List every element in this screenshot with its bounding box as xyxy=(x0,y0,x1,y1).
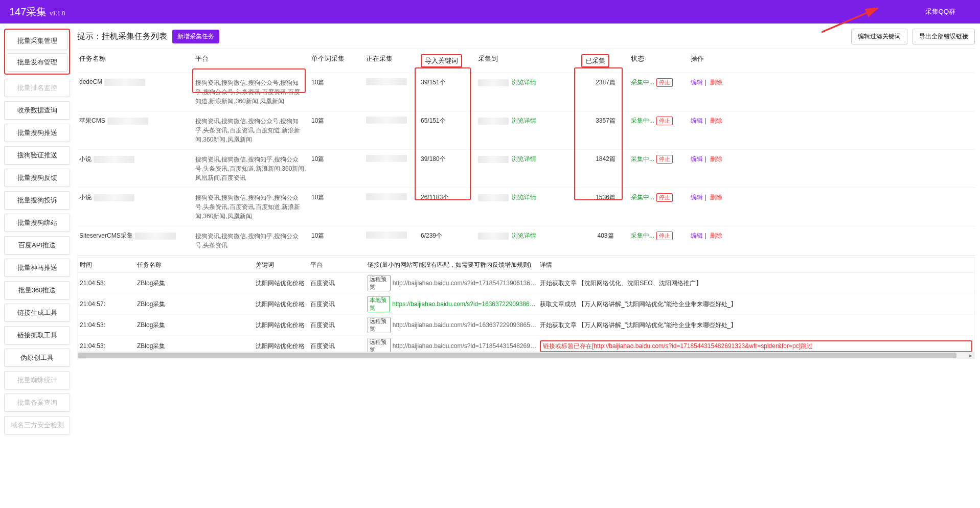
edit-link[interactable]: 编辑 xyxy=(691,194,703,201)
blurred-text xyxy=(107,118,148,125)
browse-detail-link[interactable]: 浏览详情 xyxy=(512,232,536,240)
stop-button[interactable]: 停止 xyxy=(656,78,673,87)
delete-link[interactable]: 删除 xyxy=(710,155,722,163)
lth-time: 时间 xyxy=(80,261,136,269)
task-collected: 3357篇 xyxy=(581,117,630,125)
sidebar-item-pseudo-orig[interactable]: 伪原创工具 xyxy=(4,349,70,367)
app-brand: 147采集 v1.1.8 xyxy=(9,5,65,19)
task-name: dedeCM xyxy=(79,78,194,86)
ops-separator: | xyxy=(704,194,708,201)
qq-group-link[interactable]: 采集QQ群 xyxy=(925,7,971,16)
log-keyword: 沈阳网站优化价格 xyxy=(256,279,309,288)
blurred-text xyxy=(366,78,407,85)
sidebar-item-sogou-push[interactable]: 批量搜狗推送 xyxy=(4,124,70,142)
log-platform: 百度资讯 xyxy=(310,342,367,351)
sidebar-item-link-crawl[interactable]: 链接抓取工具 xyxy=(4,326,70,344)
task-row: 小说 搜狗资讯,搜狗微信,搜狗知乎,搜狗公众号,头条资讯,百度资讯,百度知道,新… xyxy=(77,188,975,226)
export-error-links-button[interactable]: 导出全部错误链接 xyxy=(913,29,975,44)
sidebar-highlight-box: 批量采集管理批量发布管理 xyxy=(4,29,70,75)
delete-link[interactable]: 删除 xyxy=(710,194,722,201)
log-time: 21:04:57: xyxy=(80,301,136,308)
edit-link[interactable]: 编辑 xyxy=(691,79,703,86)
task-imported-kw: 65/151个 xyxy=(421,117,477,125)
task-per-word: 10篇 xyxy=(311,78,365,87)
blurred-text xyxy=(104,79,145,86)
log-horizontal-scrollbar[interactable]: ◄ ► xyxy=(78,352,974,359)
stop-button[interactable]: 停止 xyxy=(656,155,673,164)
app-header: 147采集 v1.1.8 采集QQ群 xyxy=(0,0,980,24)
stop-button[interactable]: 停止 xyxy=(656,117,673,125)
title-bar: 提示：挂机采集任务列表 新增采集任务 编辑过滤关键词 导出全部错误链接 xyxy=(77,29,975,44)
task-collected-to: 浏览详情 xyxy=(478,193,580,202)
delete-link[interactable]: 删除 xyxy=(710,232,722,239)
delete-link[interactable]: 删除 xyxy=(710,79,722,86)
task-ops: 编辑 | 删除 xyxy=(691,78,742,87)
edit-filter-keywords-button[interactable]: 编辑过滤关键词 xyxy=(851,29,907,44)
scroll-thumb[interactable] xyxy=(78,353,956,358)
sidebar-item-shenma-push[interactable]: 批量神马推送 xyxy=(4,259,70,277)
sidebar-item-baidu-api[interactable]: 百度API推送 xyxy=(4,236,70,255)
remote-preview-tag[interactable]: 远程预览 xyxy=(368,317,391,333)
delete-link[interactable]: 删除 xyxy=(710,117,722,124)
log-link: 远程预览 http://baijiahao.baidu.com/s?id=171… xyxy=(368,275,539,291)
blurred-text xyxy=(366,193,407,200)
task-ops: 编辑 | 删除 xyxy=(691,155,742,164)
browse-detail-link[interactable]: 浏览详情 xyxy=(512,193,536,202)
log-task: ZBlog采集 xyxy=(137,300,255,309)
edit-link[interactable]: 编辑 xyxy=(691,117,703,124)
browse-detail-link[interactable]: 浏览详情 xyxy=(512,155,536,164)
task-platform: 搜狗资讯,搜狗微信,搜狗公众号,搜狗知乎,搜狗公众号,头条资讯,百度资讯,百度知… xyxy=(195,78,310,106)
sidebar: 批量采集管理批量发布管理 批量排名监控收录数据查询批量搜狗推送搜狗验证推送批量搜… xyxy=(0,24,74,444)
stop-button[interactable]: 停止 xyxy=(656,193,673,202)
log-url[interactable]: http://baijiahao.baidu.com/s?id=16363722… xyxy=(393,321,539,329)
browse-detail-link[interactable]: 浏览详情 xyxy=(512,78,536,87)
log-table: 时间 任务名称 关键词 平台 链接(量小的网站可能没有匹配，如需要可群内反馈增加… xyxy=(77,257,975,359)
log-body[interactable]: 21:04:58: ZBlog采集 沈阳网站优化价格 百度资讯 远程预览 htt… xyxy=(78,273,974,359)
stop-button[interactable]: 停止 xyxy=(656,232,673,240)
remote-preview-tag[interactable]: 远程预览 xyxy=(368,275,391,291)
status-text: 采集中... xyxy=(631,193,654,202)
lth-platform: 平台 xyxy=(310,261,367,269)
task-collected: 1536篇 xyxy=(581,193,630,202)
browse-detail-link[interactable]: 浏览详情 xyxy=(512,117,536,125)
page-title: 提示：挂机采集任务列表 xyxy=(77,31,167,42)
log-url[interactable]: https://baijiahao.baidu.com/s?id=1636372… xyxy=(392,301,539,308)
sidebar-item-index-query[interactable]: 收录数据查询 xyxy=(4,101,70,120)
edit-link[interactable]: 编辑 xyxy=(691,155,703,163)
th-imported-keywords: 导入关键词 xyxy=(421,54,462,67)
log-url[interactable]: http://baijiahao.baidu.com/s?id=17185443… xyxy=(393,342,539,350)
blurred-text xyxy=(366,155,407,162)
task-collected: 2387篇 xyxy=(581,78,630,87)
th-task-name: 任务名称 xyxy=(79,54,194,63)
sidebar-item-sogou-bind[interactable]: 批量搜狗绑站 xyxy=(4,214,70,232)
sidebar-item-collect-mgmt[interactable]: 批量采集管理 xyxy=(7,32,67,50)
sidebar-item-sogou-feedback[interactable]: 批量搜狗反馈 xyxy=(4,169,70,187)
task-collecting xyxy=(366,155,420,164)
task-status: 采集中... 停止 xyxy=(631,155,690,164)
log-platform: 百度资讯 xyxy=(310,321,367,330)
blurred-text xyxy=(366,232,407,239)
sidebar-item-sogou-verify[interactable]: 搜狗验证推送 xyxy=(4,146,70,165)
log-time: 21:04:53: xyxy=(80,342,136,350)
sidebar-item-publish-mgmt[interactable]: 批量发布管理 xyxy=(7,53,67,72)
sidebar-item-link-gen[interactable]: 链接生成工具 xyxy=(4,304,70,322)
sidebar-item-sogou-complaint[interactable]: 批量搜狗投诉 xyxy=(4,191,70,210)
status-text: 采集中... xyxy=(631,232,654,240)
task-row: SiteserverCMS采集 搜狗资讯,搜狗微信,搜狗知乎,搜狗公众号,头条资… xyxy=(77,226,975,256)
log-url[interactable]: http://baijiahao.baidu.com/s?id=17185471… xyxy=(393,280,539,287)
task-collecting xyxy=(366,117,420,125)
new-task-button[interactable]: 新增采集任务 xyxy=(172,30,219,43)
lth-keyword: 关键词 xyxy=(256,261,309,269)
task-ops: 编辑 | 删除 xyxy=(691,117,742,125)
task-platform: 搜狗资讯,搜狗微信,搜狗知乎,搜狗公众号,头条资讯,百度知道,新浪新闻,360新… xyxy=(195,155,310,182)
scroll-right-icon[interactable]: ► xyxy=(967,352,974,359)
th-collected: 已采集 xyxy=(581,54,609,67)
local-preview-tag[interactable]: 本地预览 xyxy=(368,296,390,312)
edit-link[interactable]: 编辑 xyxy=(691,232,703,239)
sidebar-item-360-push[interactable]: 批量360推送 xyxy=(4,281,70,299)
task-table-header: 任务名称 平台 单个词采集 正在采集 导入关键词 采集到 已采集 状态 操作 xyxy=(77,49,975,73)
log-detail: 获取文章成功 【万人网络讲解_"沈阳网站优化"能给企业带来哪些好处_】 xyxy=(540,300,972,309)
task-collected: 403篇 xyxy=(581,232,630,240)
log-task: ZBlog采集 xyxy=(137,321,255,330)
task-table: 任务名称 平台 单个词采集 正在采集 导入关键词 采集到 已采集 状态 操作 d… xyxy=(77,49,975,256)
